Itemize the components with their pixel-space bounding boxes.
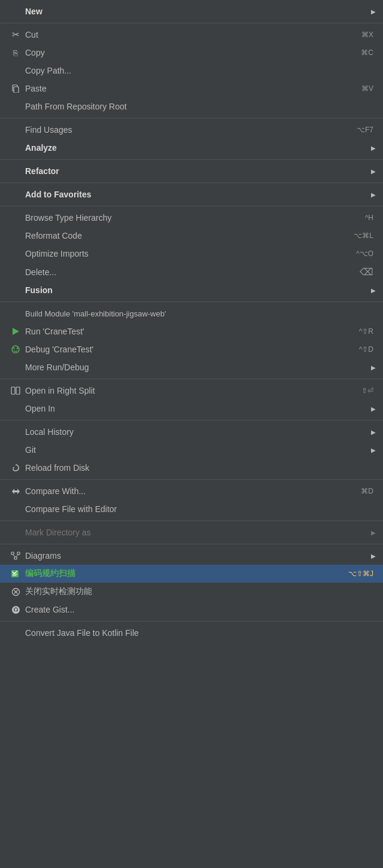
svg-point-3: [12, 346, 19, 353]
run-label: Run 'CraneTest': [25, 327, 335, 336]
optimize-label: Optimize Imports: [25, 249, 332, 258]
menu-item-analyze[interactable]: Analyze: [0, 139, 383, 157]
menu-item-open-in[interactable]: Open In: [0, 400, 383, 418]
menu-item-git[interactable]: Git: [0, 441, 383, 459]
build-label: Build Module 'mall-exhibition-jigsaw-web…: [25, 309, 373, 318]
diagrams-icon: [10, 552, 22, 560]
git-label: Git: [25, 445, 373, 455]
svg-line-12: [13, 555, 16, 557]
menu-item-copy[interactable]: ⎘ Copy ⌘C: [0, 44, 383, 62]
convert-label: Convert Java File to Kotlin File: [25, 628, 373, 638]
reformat-label: Reformat Code: [25, 231, 330, 240]
svg-rect-11: [14, 557, 17, 559]
debug-icon: [10, 345, 22, 354]
open-in-label: Open In: [25, 404, 373, 413]
run-icon: [10, 327, 22, 336]
create-gist-label: Create Gist...: [25, 605, 373, 614]
debug-shortcut: ^⇧D: [359, 345, 373, 354]
svg-point-5: [17, 348, 19, 349]
menu-item-close-realtime[interactable]: 关闭实时检测功能: [0, 583, 383, 601]
separator-7: [0, 379, 383, 379]
svg-point-18: [12, 606, 20, 614]
menu-item-more-run[interactable]: More Run/Debug: [0, 358, 383, 376]
separator-8: [0, 420, 383, 421]
menu-item-compare-with[interactable]: Compare With... ⌘D: [0, 482, 383, 500]
svg-rect-7: [16, 387, 20, 394]
run-shortcut: ^⇧R: [359, 327, 373, 336]
menu-item-compare-editor[interactable]: Compare File with Editor: [0, 500, 383, 518]
scan-shortcut: ⌥⇧⌘J: [348, 569, 373, 578]
menu-item-fusion[interactable]: Fusion: [0, 281, 383, 299]
separator-1: [0, 23, 383, 23]
menu-item-new[interactable]: New: [0, 2, 383, 20]
github-icon: [10, 605, 22, 614]
svg-rect-6: [11, 387, 15, 394]
menu-item-local-history[interactable]: Local History: [0, 423, 383, 441]
compare-label: Compare With...: [25, 486, 337, 496]
menu-item-optimize[interactable]: Optimize Imports ^⌥O: [0, 245, 383, 263]
hierarchy-label: Browse Type Hierarchy: [25, 213, 341, 223]
svg-marker-8: [13, 467, 14, 469]
menu-item-find-usages[interactable]: Find Usages ⌥F7: [0, 121, 383, 139]
cut-icon: ✂: [10, 29, 22, 40]
menu-item-cut[interactable]: ✂ Cut ⌘X: [0, 26, 383, 44]
menu-item-open-right-split[interactable]: Open in Right Split ⇧⏎: [0, 382, 383, 400]
svg-rect-1: [14, 87, 19, 93]
debug-label: Debug 'CraneTest': [25, 345, 335, 354]
compare-editor-label: Compare File with Editor: [25, 504, 373, 514]
find-usages-shortcut: ⌥F7: [357, 126, 373, 134]
split-label: Open in Right Split: [25, 386, 338, 395]
separator-4: [0, 182, 383, 183]
diagrams-label: Diagrams: [25, 551, 373, 561]
menu-item-paste[interactable]: Paste ⌘V: [0, 80, 383, 98]
menu-item-add-favorites[interactable]: Add to Favorites: [0, 185, 383, 203]
menu-item-reload[interactable]: Reload from Disk: [0, 459, 383, 477]
new-label: New: [25, 7, 373, 16]
separator-10: [0, 520, 383, 521]
scan-icon: [10, 569, 22, 578]
context-menu: New ✂ Cut ⌘X ⎘ Copy ⌘C Copy Path... Past…: [0, 0, 383, 644]
menu-item-diagrams[interactable]: Diagrams: [0, 547, 383, 565]
find-usages-label: Find Usages: [25, 125, 333, 135]
copy-path-label: Copy Path...: [25, 66, 373, 75]
separator-5: [0, 206, 383, 206]
separator-9: [0, 479, 383, 480]
delete-shortcut: ⌫: [360, 266, 373, 278]
menu-item-path-from-repo[interactable]: Path From Repository Root: [0, 98, 383, 115]
compare-icon: [10, 488, 22, 495]
menu-item-build-module[interactable]: Build Module 'mall-exhibition-jigsaw-web…: [0, 304, 383, 322]
menu-item-convert-kotlin[interactable]: Convert Java File to Kotlin File: [0, 624, 383, 642]
split-icon: [10, 386, 22, 395]
separator-12: [0, 621, 383, 622]
menu-item-mark-directory[interactable]: Mark Directory as: [0, 523, 383, 541]
svg-rect-10: [17, 552, 20, 555]
svg-line-13: [16, 555, 19, 557]
close-circle-icon: [10, 587, 22, 596]
paste-label: Paste: [25, 84, 338, 93]
menu-item-reformat[interactable]: Reformat Code ⌥⌘L: [0, 227, 383, 245]
menu-item-run[interactable]: Run 'CraneTest' ^⇧R: [0, 322, 383, 340]
cut-shortcut: ⌘X: [361, 31, 373, 39]
menu-item-code-scan[interactable]: 编码规约扫描 ⌥⇧⌘J: [0, 565, 383, 583]
menu-item-debug[interactable]: Debug 'CraneTest' ^⇧D: [0, 340, 383, 358]
reload-label: Reload from Disk: [25, 463, 373, 473]
path-repo-label: Path From Repository Root: [25, 102, 373, 111]
copy-icon: ⎘: [10, 48, 22, 57]
menu-item-browse-hierarchy[interactable]: Browse Type Hierarchy ^H: [0, 209, 383, 227]
cut-label: Cut: [25, 30, 338, 39]
paste-shortcut: ⌘V: [361, 84, 373, 93]
separator-2: [0, 118, 383, 118]
menu-item-copy-path[interactable]: Copy Path...: [0, 62, 383, 80]
split-shortcut: ⇧⏎: [361, 386, 373, 395]
menu-item-delete[interactable]: Delete... ⌫: [0, 263, 383, 281]
menu-item-refactor[interactable]: Refactor: [0, 162, 383, 180]
menu-item-create-gist[interactable]: Create Gist...: [0, 601, 383, 619]
compare-shortcut: ⌘D: [361, 487, 373, 495]
scan-label: 编码规约扫描: [25, 568, 324, 579]
favorites-label: Add to Favorites: [25, 190, 373, 199]
copy-label: Copy: [25, 48, 337, 57]
svg-marker-2: [13, 328, 19, 335]
svg-rect-9: [11, 552, 14, 555]
close-realtime-label: 关闭实时检测功能: [25, 586, 373, 597]
reformat-shortcut: ⌥⌘L: [354, 232, 373, 240]
